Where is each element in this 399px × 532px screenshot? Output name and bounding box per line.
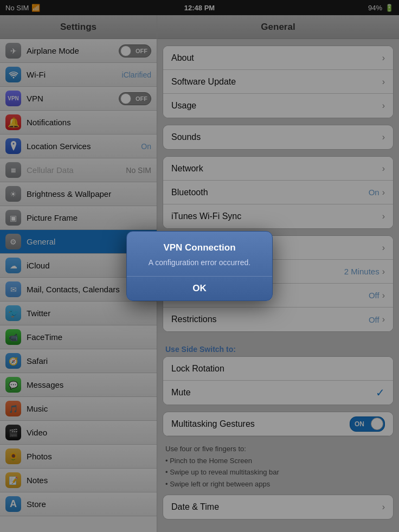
dialog-message: A configuration error occurred.	[138, 258, 261, 268]
dialog-ok-button[interactable]: OK	[127, 277, 272, 300]
dialog-content: VPN Connection A configuration error occ…	[127, 232, 272, 277]
dialog-title: VPN Connection	[138, 242, 261, 253]
vpn-dialog: VPN Connection A configuration error occ…	[126, 231, 273, 302]
modal-overlay: VPN Connection A configuration error occ…	[0, 0, 399, 532]
